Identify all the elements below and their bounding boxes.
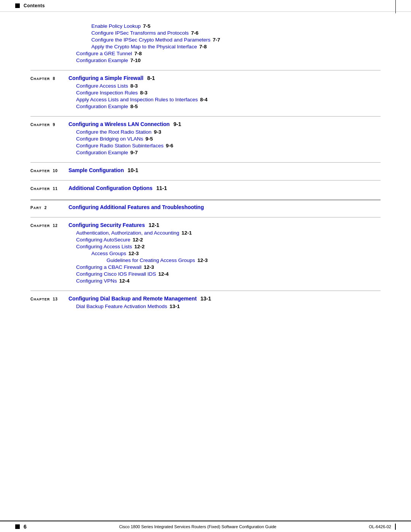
chapter-12-title[interactable]: Configuring Security Features 12-1 [68, 222, 159, 228]
chapter-9-block: CHAPTER 9 Configuring a Wireless LAN Con… [30, 116, 381, 155]
entry-pagenum: 7-10 [131, 58, 141, 63]
entry-text: Configure a GRE Tunnel [76, 51, 132, 56]
toc-entry[interactable]: Configure Radio Station Subinterfaces 9-… [30, 143, 381, 149]
toc-entry[interactable]: Dial Backup Feature Activation Methods 1… [30, 304, 381, 309]
toc-entry[interactable]: Configuration Example 9-7 [30, 150, 381, 155]
chapter-10-block: CHAPTER 10 Sample Configuration 10-1 [30, 162, 381, 173]
entry-pagenum: 12-2 [133, 237, 143, 243]
chapter-8-title[interactable]: Configuring a Simple Firewall 8-1 [68, 75, 155, 81]
chapter-11-title[interactable]: Additional Configuration Options 11-1 [68, 185, 167, 191]
page-footer: 6 Cisco 1800 Series Integrated Services … [0, 521, 411, 532]
entry-pagenum: 13-1 [169, 304, 180, 309]
part-2-block: PART 2 Configuring Additional Features a… [30, 200, 381, 210]
chapter-12-label: CHAPTER 12 [30, 224, 65, 228]
chapter-13-title[interactable]: Configuring Dial Backup and Remote Manag… [68, 296, 211, 302]
entry-text: Configuring Access Lists [76, 244, 132, 249]
entry-text: Configuring a CBAC Firewall [76, 264, 142, 270]
footer-square-icon [15, 524, 20, 529]
entry-text: Configure the IPSec Crypto Method and Pa… [91, 37, 210, 43]
entry-text: Authentication, Authorization, and Accou… [76, 230, 179, 236]
chapter-13-subs: Dial Backup Feature Activation Methods 1… [30, 304, 381, 309]
toc-entry[interactable]: Configuring AutoSecure 12-2 [30, 237, 381, 243]
entry-pagenum: 7-6 [191, 30, 199, 36]
main-content: Enable Policy Lookup 7-5 Configure IPSec… [0, 12, 411, 334]
footer-right-bar [395, 524, 396, 530]
entry-text: Configure Radio Station Subinterfaces [76, 143, 164, 149]
entry-text: Configure Access Lists [76, 83, 128, 89]
toc-entry[interactable]: Configure IPSec Transforms and Protocols… [30, 30, 381, 36]
chapter-11-block: CHAPTER 11 Additional Configuration Opti… [30, 180, 381, 191]
chapter-12-block: CHAPTER 12 Configuring Security Features… [30, 217, 381, 284]
entry-text: Guidelines for Creating Access Groups [107, 257, 195, 263]
toc-entry[interactable]: Configuring a CBAC Firewall 12-3 [30, 264, 381, 270]
footer-center-text: Cisco 1800 Series Integrated Services Ro… [119, 524, 276, 529]
chapter-12-subs: Authentication, Authorization, and Accou… [30, 230, 381, 284]
entry-text: Configuration Example [76, 104, 128, 109]
contents-label: Contents [24, 3, 45, 8]
entry-pagenum: 9-5 [145, 136, 153, 142]
entry-pagenum: 12-3 [129, 251, 139, 256]
toc-entry[interactable]: Configure the IPSec Crypto Method and Pa… [30, 37, 381, 43]
toc-entry[interactable]: Apply the Crypto Map to the Physical Int… [30, 44, 381, 50]
chapter-13-header: CHAPTER 13 Configuring Dial Backup and R… [30, 296, 381, 302]
toc-entry[interactable]: Configure Inspection Rules 8-3 [30, 90, 381, 96]
toc-entry[interactable]: Configuration Example 7-10 [30, 58, 381, 63]
entry-pagenum: 12-1 [182, 230, 192, 236]
toc-entry[interactable]: Configure the Root Radio Station 9-3 [30, 129, 381, 135]
entry-pagenum: 7-8 [199, 44, 207, 50]
chapter-13-block: CHAPTER 13 Configuring Dial Backup and R… [30, 291, 381, 309]
entry-text: Access Groups [91, 251, 126, 256]
entry-pagenum: 8-4 [200, 97, 208, 102]
toc-entry[interactable]: Configuration Example 8-5 [30, 104, 381, 109]
chapter-9-title[interactable]: Configuring a Wireless LAN Connection 9-… [68, 121, 181, 127]
footer-page-number: 6 [24, 524, 27, 530]
toc-entry[interactable]: Enable Policy Lookup 7-5 [30, 23, 381, 29]
chapter-10-title[interactable]: Sample Configuration 10-1 [68, 167, 138, 173]
toc-entry[interactable]: Configuring Access Lists 12-2 [30, 244, 381, 249]
page-container: ■ Contents Enable Policy Lookup 7-5 Conf… [0, 0, 411, 532]
entry-text: Dial Backup Feature Activation Methods [76, 304, 167, 309]
chapter-8-header: CHAPTER 8 Configuring a Simple Firewall … [30, 75, 381, 81]
top-header: ■ Contents [0, 0, 411, 12]
entry-text: Configure the Root Radio Station [76, 129, 151, 135]
chapter-8-subs: Configure Access Lists 8-3 Configure Ins… [30, 83, 381, 109]
chapter-13-label: CHAPTER 13 [30, 297, 65, 301]
toc-entry[interactable]: Apply Access Lists and Inspection Rules … [30, 97, 381, 102]
chapter-9-subs: Configure the Root Radio Station 9-3 Con… [30, 129, 381, 155]
entry-text: Configuring Cisco IOS Firewall IDS [76, 271, 156, 277]
entry-pagenum: 7-8 [134, 51, 142, 56]
entry-pagenum: 12-4 [158, 271, 169, 277]
entry-pagenum: 8-5 [131, 104, 138, 109]
entry-pagenum: 9-6 [166, 143, 174, 149]
chapter-12-header: CHAPTER 12 Configuring Security Features… [30, 222, 381, 228]
footer-right: OL-6426-02 [369, 524, 396, 530]
entry-pagenum: 7-5 [143, 23, 151, 29]
entry-pagenum: 12-3 [144, 264, 154, 270]
initial-subsections: Enable Policy Lookup 7-5 Configure IPSec… [30, 23, 381, 63]
entry-text: Configuration Example [76, 58, 128, 63]
entry-text: Configure IPSec Transforms and Protocols [91, 30, 189, 36]
top-right-border [395, 0, 396, 13]
entry-pagenum: 8-3 [131, 83, 138, 89]
toc-entry[interactable]: Configuring Cisco IOS Firewall IDS 12-4 [30, 271, 381, 277]
chapter-10-header: CHAPTER 10 Sample Configuration 10-1 [30, 167, 381, 173]
toc-entry[interactable]: Configure Access Lists 8-3 [30, 83, 381, 89]
footer-doc-number: OL-6426-02 [369, 524, 391, 529]
entry-pagenum: 8-3 [140, 90, 148, 96]
part-2-title[interactable]: Configuring Additional Features and Trou… [68, 204, 204, 210]
toc-entry[interactable]: Configuring VPNs 12-4 [30, 278, 381, 284]
toc-entry[interactable]: Configure a GRE Tunnel 7-8 [30, 51, 381, 56]
toc-entry[interactable]: Configure Bridging on VLANs 9-5 [30, 136, 381, 142]
chapter-9-label: CHAPTER 9 [30, 123, 65, 127]
entry-text: Apply Access Lists and Inspection Rules … [76, 97, 198, 102]
entry-pagenum: 7-7 [213, 37, 220, 43]
entry-pagenum: 9-7 [131, 150, 138, 155]
toc-entry[interactable]: Access Groups 12-3 [30, 251, 381, 256]
entry-text: Configure Inspection Rules [76, 90, 138, 96]
entry-text: Enable Policy Lookup [91, 23, 141, 29]
entry-pagenum: 12-2 [134, 244, 145, 249]
chapter-10-label: CHAPTER 10 [30, 169, 65, 173]
toc-entry[interactable]: Guidelines for Creating Access Groups 12… [30, 257, 381, 263]
toc-entry[interactable]: Authentication, Authorization, and Accou… [30, 230, 381, 236]
chapter-11-label: CHAPTER 11 [30, 187, 65, 191]
